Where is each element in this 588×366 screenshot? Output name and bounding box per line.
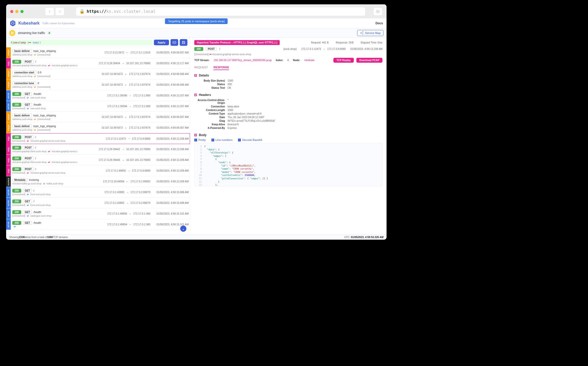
service-map-button[interactable]: Service Map: [357, 30, 383, 36]
tcp-replay-button[interactable]: TCP Replay: [333, 58, 354, 63]
id-card-icon[interactable]: [171, 39, 178, 46]
download-pcap-button[interactable]: Download PCAP: [356, 58, 382, 63]
timestamp: 01/05/2023, 4:58:08.006 AM: [153, 83, 189, 86]
kv-value: OK: [228, 86, 231, 89]
pcap-link[interactable]: 192.168.59.127:8897/tcp_stream_000000296…: [214, 59, 272, 62]
traffic-row[interactable]: KAFKAMetadatainvoicingmizutest-kafka-go.…: [6, 176, 190, 187]
svg-point-4: [363, 31, 363, 32]
dest-service: [Unresolved]: [38, 53, 51, 56]
traffic-row[interactable]: GQL200POST/[Unresolved]⇄mizutest-graphql…: [6, 133, 190, 144]
section-body-title: Body: [199, 133, 207, 137]
docs-link[interactable]: Docs: [376, 21, 383, 25]
method-badge: GET: [23, 92, 32, 96]
filter-input[interactable]: timestamp >= now(): [9, 40, 152, 45]
lock-icon: 🔒: [80, 9, 85, 14]
tab-request[interactable]: REQUEST: [194, 66, 208, 70]
source-service: [Unresolved]: [12, 193, 25, 196]
traffic-row[interactable]: HTTP200GET/health[Unresolved]⇄user.sock-…: [6, 101, 190, 112]
dest-ip: 172.17.0.1:69092: [130, 180, 150, 183]
browser-chrome: ‹ › 🔒 https://ks.svc.cluster.local: [6, 4, 387, 18]
direction-icon: →: [129, 94, 132, 97]
traffic-row[interactable]: AMQPbasic delivertopic_logs_shippingrabb…: [6, 112, 190, 123]
direction-icon: →: [121, 158, 125, 162]
dest-service: kafka.sock-shop: [47, 182, 63, 185]
kv-value: 200: [228, 83, 232, 86]
scroll-down-button[interactable]: ⌄: [180, 226, 186, 232]
protocol-tag: HTTP: [6, 198, 11, 208]
address-bar[interactable]: 🔒 https://ks.svc.cluster.local: [76, 7, 366, 16]
traffic-row[interactable]: AMQPconnection tune0rabbitmq.sock-shop⇄[…: [6, 80, 190, 90]
kv-value: Thu, 05 Jan 2023 04:58:12 GMT: [228, 116, 265, 119]
traffic-row[interactable]: GQL200POST/mizutest-graphql-client.sock-…: [6, 58, 190, 69]
status-badge: 200: [12, 210, 21, 214]
request-path: topic_logs_shipping: [33, 125, 56, 128]
decode-base64-checkbox[interactable]: ✓Decode Base64: [238, 138, 262, 141]
traffic-row[interactable]: HTTP200GET/health⇄172.17.0.1:49854→172.1…: [6, 219, 190, 230]
source-service: rabbitmq.sock-shop: [12, 86, 32, 88]
traffic-row[interactable]: AMQPbasic delivertopic_logs_shippingrabb…: [6, 47, 190, 58]
dest-ip: 172.17.0.1:380: [133, 212, 150, 215]
brand-name: Kubeshark: [18, 21, 40, 26]
timestamp: 01/05/2023, 4:58:08.006 AM: [153, 73, 189, 75]
maximize-window-icon[interactable]: [20, 10, 24, 13]
status-badge: 200: [12, 146, 21, 150]
direction-icon: →: [121, 62, 125, 65]
forward-button[interactable]: ›: [55, 7, 64, 16]
source-service: mizutest-kafka-go.sock-shop: [12, 182, 42, 185]
dest-ip: 172.17.0.1:937674: [129, 83, 150, 86]
save-icon[interactable]: [180, 39, 187, 46]
status-badge: 200: [12, 135, 21, 139]
settings-icon[interactable]: [373, 7, 382, 16]
pretty-checkbox[interactable]: ✓Pretty: [194, 138, 206, 141]
collapse-icon[interactable]: [194, 94, 197, 96]
json-viewer[interactable]: 1234567891011121314151617181920212223 { …: [194, 143, 382, 186]
close-window-icon[interactable]: [10, 10, 13, 13]
svg-rect-6: [173, 41, 176, 44]
traffic-row[interactable]: HTTP200GET/[Unresolved]⇄front-end.sock-s…: [6, 198, 190, 208]
method-badge: GET: [23, 189, 32, 193]
traffic-row[interactable]: GQL200POST/mizutest-graphql-client.sock-…: [6, 155, 190, 165]
tab-response[interactable]: RESPONSE: [213, 66, 229, 70]
request-path: /: [33, 200, 34, 203]
kv-key: Etag: [194, 119, 228, 122]
swap-icon: ⇄: [27, 140, 29, 142]
minimize-window-icon[interactable]: [15, 10, 18, 13]
source-ip: 172.17.0.1:39394: [107, 105, 127, 108]
timestamp: 01/05/2023, 4:58:08.007 AM: [153, 126, 189, 129]
traffic-row[interactable]: HTTP200GET/[Unresolved]⇄front-end.sock-s…: [6, 187, 190, 198]
traffic-row[interactable]: AMQPbasic delivertopic_logs_shippingrabb…: [6, 123, 190, 133]
apply-button[interactable]: Apply: [154, 40, 169, 45]
traffic-row[interactable]: HTTP200GET/health[Unresolved]⇄catalogue.…: [6, 208, 190, 219]
source-service: [Unresolved]: [12, 96, 25, 99]
direction-icon: ←: [125, 83, 128, 87]
kv-value: timeout=5: [228, 123, 239, 126]
dest-ip: 172.17.0.8:8080: [132, 137, 150, 140]
detail-method-badge: POST: [206, 47, 217, 51]
detail-path: /: [219, 48, 220, 50]
status-badge: 200: [12, 189, 21, 193]
node-link[interactable]: minikube: [304, 59, 314, 62]
dest-service: catalogue.sock-shop: [30, 215, 52, 217]
traffic-row[interactable]: GQL200POST/[Unresolved]⇄mizutest-graphql…: [6, 165, 190, 176]
line-numbers-checkbox[interactable]: ✓Line numbers: [211, 138, 233, 141]
request-path: /health: [33, 93, 41, 95]
elapsed-time: Elapsed Time: 0ms: [361, 41, 382, 44]
direction-icon: →: [121, 148, 125, 151]
dest-service: front-end.sock-shop: [30, 193, 51, 196]
source-ip: 10.107.10.99:5672: [101, 83, 123, 86]
source-service: mizutest-graphql-client.sock-shop: [12, 64, 47, 67]
pause-button[interactable]: [9, 30, 15, 36]
collapse-icon[interactable]: [194, 74, 197, 77]
traffic-row[interactable]: AMQPconnection start0.9rabbitmq.sock-sho…: [6, 69, 190, 80]
traffic-list[interactable]: AMQPbasic delivertopic_logs_shippingrabb…: [6, 47, 190, 234]
collapse-icon[interactable]: [194, 134, 197, 136]
method-badge: GET: [23, 199, 32, 203]
detail-status-badge: 200: [194, 47, 203, 51]
dest-ip: 172.17.0.2:68079: [130, 202, 150, 204]
traffic-row[interactable]: HTTP200GET/health[Unresolved]⇄user.sock-…: [6, 90, 190, 101]
traffic-row[interactable]: GQL200POST/mizutest-graphql-client.sock-…: [6, 144, 190, 155]
timestamp: 01/05/2023, 4:58:13.207 AM: [153, 94, 189, 97]
kv-key: Status Text: [194, 86, 228, 89]
dest-ip: 172.17.0.1:880: [133, 94, 150, 97]
back-button[interactable]: ‹: [45, 7, 54, 16]
